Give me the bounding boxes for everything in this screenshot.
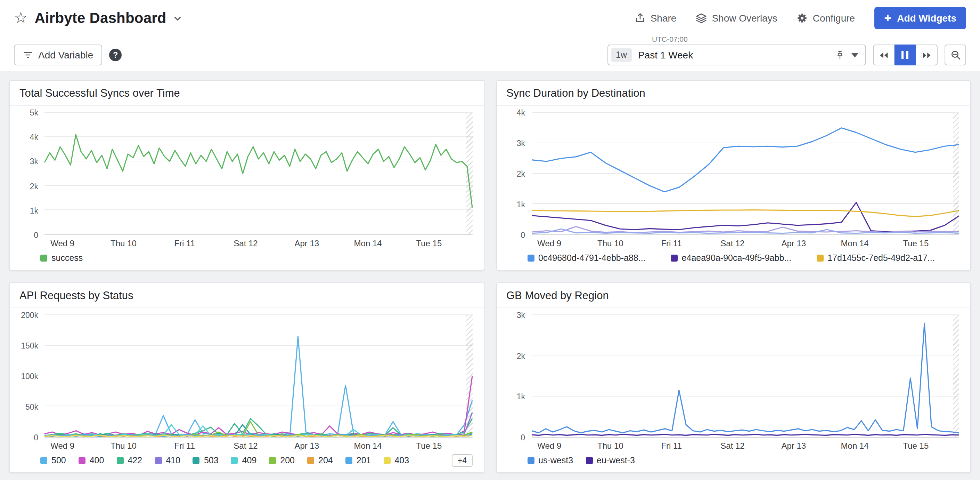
chart-body: 01k2k3k4k5k Wed 9Thu 10Fri 11Sat 12Apr 1… — [10, 106, 484, 270]
x-axis-labels: Wed 9Thu 10Fri 11Sat 12Apr 13Mon 14Tue 1… — [45, 235, 472, 249]
x-tick-label: Apr 13 — [781, 441, 806, 451]
legend-item[interactable]: 410 — [154, 456, 180, 466]
widget-header[interactable]: Total Successful Syncs over Time — [10, 81, 484, 106]
y-tick-label: 4k — [30, 133, 38, 141]
legend-item[interactable]: e4aea90a-90ca-49f5-9abb... — [671, 253, 792, 263]
dropdown-caret-icon[interactable] — [851, 53, 858, 57]
add-widgets-button[interactable]: + Add Widgets — [874, 7, 966, 29]
legend-label: 200 — [280, 456, 295, 466]
plot-area[interactable] — [45, 113, 472, 235]
legend-label: 17d1455c-7ed5-49d2-a17... — [827, 253, 935, 263]
legend-swatch — [154, 457, 162, 464]
legend-item[interactable]: success — [40, 253, 83, 263]
legend-label: us-west3 — [538, 456, 573, 466]
dashboard-title: Airbyte Dashboard — [34, 10, 166, 26]
y-tick-label: 200k — [21, 311, 38, 319]
toolbar-row: Add Variable ? UTC-07:00 1w Past 1 Week — [0, 36, 980, 71]
time-picker-group: UTC-07:00 1w Past 1 Week — [608, 35, 866, 65]
series-line — [45, 336, 472, 435]
filter-icon — [23, 50, 33, 60]
gear-icon — [797, 13, 808, 24]
x-tick-label: Wed 9 — [50, 239, 74, 248]
legend-item[interactable]: 400 — [78, 456, 104, 466]
time-range-picker[interactable]: 1w Past 1 Week — [608, 45, 866, 65]
zoom-out-button[interactable] — [945, 45, 966, 65]
legend: 0c49680d-4791-4ebb-a88...e4aea90a-90ca-4… — [527, 249, 959, 267]
plot-area[interactable] — [45, 315, 472, 438]
configure-button[interactable]: Configure — [797, 13, 855, 24]
show-overlays-button[interactable]: Show Overlays — [696, 13, 777, 24]
y-tick-label: 3k — [517, 139, 525, 147]
legend-item[interactable]: 17d1455c-7ed5-49d2-a17... — [816, 253, 935, 263]
legend-item[interactable]: 422 — [116, 456, 142, 466]
share-label: Share — [651, 13, 677, 24]
y-tick-label: 2k — [30, 182, 38, 190]
legend-label: 500 — [51, 456, 66, 466]
plot-area[interactable] — [531, 315, 959, 438]
legend-swatch — [231, 457, 238, 464]
legend-swatch — [40, 255, 47, 262]
pin-icon[interactable] — [835, 50, 845, 60]
y-tick-label: 5k — [30, 108, 38, 117]
x-tick-label: Fri 11 — [174, 441, 195, 451]
widget-header[interactable]: GB Moved by Region — [496, 283, 970, 308]
legend-label: 0c49680d-4791-4ebb-a88... — [538, 253, 646, 263]
legend-item[interactable]: eu-west-3 — [585, 456, 635, 466]
series-line — [531, 226, 959, 233]
chart-body: 01k2k3k4k Wed 9Thu 10Fri 11Sat 12Apr 13M… — [496, 106, 970, 270]
legend-item[interactable]: 403 — [383, 456, 409, 466]
legend-swatch — [527, 457, 534, 464]
layers-icon — [696, 13, 707, 24]
series-line — [531, 203, 959, 232]
favorite-star-icon[interactable]: ☆ — [14, 10, 27, 26]
add-variable-button[interactable]: Add Variable — [14, 45, 102, 65]
chart-body: 050k100k150k200k Wed 9Thu 10Fri 11Sat 12… — [10, 308, 484, 472]
x-tick-label: Wed 9 — [50, 441, 74, 451]
plus-icon: + — [884, 11, 891, 24]
legend-label: 204 — [318, 456, 333, 466]
y-tick-label: 2k — [517, 170, 525, 178]
legend-item[interactable]: 204 — [307, 456, 333, 466]
legend-item[interactable]: 200 — [269, 456, 295, 466]
plot-area[interactable] — [531, 113, 959, 235]
legend-item[interactable]: 0c49680d-4791-4ebb-a88... — [527, 253, 646, 263]
share-button[interactable]: Share — [635, 13, 677, 24]
rewind-button[interactable] — [873, 45, 894, 65]
widget-header[interactable]: Sync Duration by Destination — [496, 81, 970, 106]
y-tick-label: 4k — [517, 108, 525, 117]
x-tick-label: Fri 11 — [661, 239, 682, 248]
legend-label: 400 — [90, 456, 104, 466]
x-tick-label: Thu 10 — [110, 239, 137, 248]
x-tick-label: Apr 13 — [781, 239, 806, 248]
x-tick-label: Mon 14 — [841, 239, 869, 248]
legend-label: 403 — [395, 456, 409, 466]
widget-header[interactable]: API Requests by Status — [10, 283, 484, 308]
show-overlays-label: Show Overlays — [712, 13, 777, 24]
y-axis-labels: 01k2k3k4k5k — [14, 113, 45, 235]
legend-swatch — [527, 255, 534, 262]
forward-button[interactable] — [916, 45, 938, 65]
legend-more-badge[interactable]: +4 — [452, 454, 472, 467]
legend-item[interactable]: 500 — [40, 456, 66, 466]
legend-item[interactable]: 503 — [193, 456, 219, 466]
widget-title: GB Moved by Region — [506, 289, 609, 301]
legend-label: 410 — [166, 456, 180, 466]
pause-button[interactable] — [894, 45, 916, 65]
legend-label: 503 — [204, 456, 219, 466]
legend-swatch — [383, 457, 390, 464]
widget-title: API Requests by Status — [19, 289, 133, 301]
legend-label: eu-west-3 — [597, 456, 635, 466]
help-button[interactable]: ? — [109, 49, 122, 61]
legend-swatch — [78, 457, 86, 464]
y-axis-labels: 050k100k150k200k — [14, 315, 45, 438]
y-tick-label: 1k — [517, 393, 525, 401]
legend-item[interactable]: 201 — [345, 456, 371, 466]
time-controls: UTC-07:00 1w Past 1 Week — [608, 35, 966, 65]
time-range-shortcut[interactable]: 1w — [611, 48, 632, 62]
legend-item[interactable]: 409 — [231, 456, 257, 466]
legend-swatch — [671, 255, 678, 262]
y-axis-labels: 01k2k3k — [501, 315, 531, 438]
title-dropdown-chevron-icon[interactable] — [173, 14, 183, 22]
legend-item[interactable]: us-west3 — [527, 456, 573, 466]
x-axis-labels: Wed 9Thu 10Fri 11Sat 12Apr 13Mon 14Tue 1… — [45, 438, 472, 451]
